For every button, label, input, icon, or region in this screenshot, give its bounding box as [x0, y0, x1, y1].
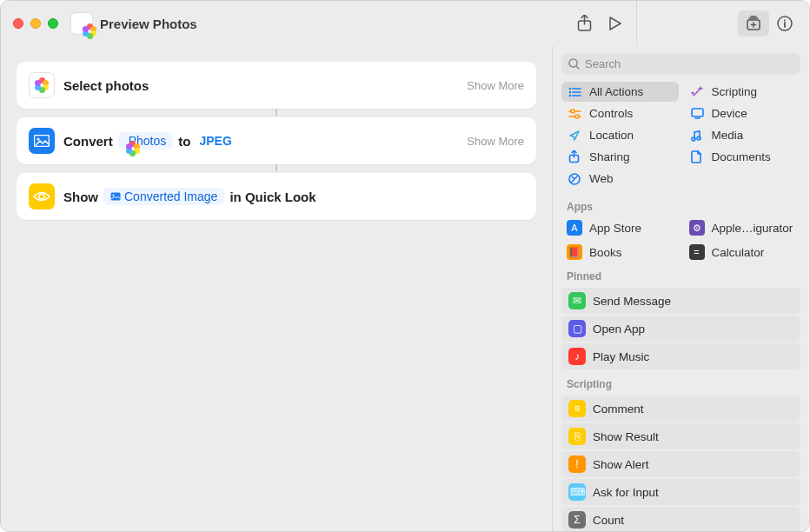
app-icon: 📕 [567, 244, 582, 260]
minimize-button[interactable] [30, 18, 41, 29]
library-icon [745, 16, 762, 31]
close-button[interactable] [13, 18, 23, 29]
photos-icon [29, 72, 55, 98]
run-button[interactable] [600, 10, 631, 37]
action-title: Convert Photos [63, 132, 236, 150]
action-label: Send Message [593, 295, 671, 308]
app-label: Books [589, 246, 622, 259]
apps-grid: AApp Store⚙Apple…igurator📕Books=Calculat… [553, 216, 809, 263]
action-label: Show Result [593, 430, 659, 443]
category-documents[interactable]: Documents [684, 147, 801, 167]
library-scroll[interactable]: Apps AApp Store⚙Apple…igurator📕Books=Cal… [553, 194, 809, 531]
play-icon [609, 17, 621, 30]
media-icon [691, 130, 705, 142]
action-convert[interactable]: Convert Photos [17, 117, 536, 164]
app-icon: = [689, 244, 705, 260]
action-label: Play Music [593, 350, 649, 363]
info-button[interactable] [769, 10, 800, 37]
svg-point-10 [569, 87, 572, 90]
search-input[interactable]: Search [561, 53, 800, 75]
action-quicklook[interactable]: Show Converted Image in Quick Look [17, 173, 536, 220]
svg-point-5 [37, 138, 40, 141]
category-label: All Actions [589, 85, 643, 98]
category-all[interactable]: All Actions [561, 82, 679, 102]
scripting-header: Scripting [553, 371, 809, 394]
category-label: Media [712, 129, 744, 142]
action-row[interactable]: ▢Open App [561, 316, 800, 342]
variable-token-converted[interactable]: Converted Image [103, 188, 224, 205]
action-row[interactable]: ΣCount [561, 507, 800, 531]
category-grid: All ActionsScriptingControlsDeviceLocati… [553, 80, 809, 194]
category-sharing[interactable]: Sharing [561, 147, 679, 167]
action-icon: ♪ [568, 348, 586, 365]
svg-point-16 [692, 137, 695, 141]
location-icon [568, 130, 582, 142]
action-row[interactable]: ♪Play Music [561, 343, 800, 369]
svg-point-12 [569, 94, 572, 96]
category-scripting[interactable]: Scripting [684, 82, 801, 102]
action-icon: ! [568, 456, 586, 473]
app-label: App Store [589, 222, 641, 235]
category-label: Sharing [589, 150, 630, 163]
text-in-quicklook: in Quick Look [229, 190, 315, 204]
workflow-editor[interactable]: Select photos Show More Convert [1, 46, 552, 531]
app-item[interactable]: AApp Store [561, 216, 679, 239]
svg-point-11 [569, 90, 572, 93]
token-label: Converted Image [124, 190, 217, 203]
app-item[interactable]: =Calculator [684, 241, 801, 263]
app-item[interactable]: ⚙Apple…igurator [684, 216, 801, 239]
app-window: Preview Photos [0, 0, 810, 532]
action-label: Show Alert [593, 458, 649, 471]
zoom-button[interactable] [48, 18, 58, 29]
action-row[interactable]: !Show Alert [561, 451, 800, 477]
show-more-button[interactable]: Show More [467, 79, 524, 92]
library-toggle-button[interactable] [738, 10, 769, 37]
category-label: Web [589, 172, 614, 185]
category-location[interactable]: Location [561, 125, 679, 145]
all-icon [568, 87, 582, 97]
titlebar-separator [636, 1, 637, 46]
scripting-icon [691, 86, 705, 98]
device-icon [691, 108, 705, 119]
controls-icon [568, 109, 582, 119]
action-row[interactable]: ✉Send Message [561, 288, 800, 314]
action-icon: ⎘ [568, 428, 586, 445]
connector-icon [276, 164, 277, 171]
image-token-icon [110, 192, 121, 201]
action-icon: ≡ [568, 400, 586, 417]
action-label: Comment [593, 402, 644, 416]
action-row[interactable]: ⎘Show Result [561, 423, 800, 449]
pinned-header: Pinned [553, 263, 809, 286]
category-web[interactable]: Web [561, 169, 679, 189]
svg-point-6 [39, 194, 44, 199]
window-controls [13, 18, 58, 29]
share-button[interactable] [568, 10, 600, 37]
show-more-button[interactable]: Show More [467, 135, 524, 148]
action-label: Open App [593, 323, 645, 336]
category-controls[interactable]: Controls [561, 103, 679, 123]
pinned-list: ✉Send Message▢Open App♪Play Music [553, 286, 809, 371]
action-icon: Σ [568, 511, 586, 529]
category-device[interactable]: Device [684, 103, 801, 123]
web-icon [568, 173, 582, 185]
action-icon: ▢ [568, 320, 586, 337]
action-select-photos[interactable]: Select photos Show More [17, 62, 536, 109]
variable-token-photos[interactable]: Photos [118, 132, 174, 150]
shortcut-icon [70, 12, 93, 35]
action-row[interactable]: ⌨Ask for Input [561, 479, 800, 505]
category-label: Location [589, 129, 634, 142]
app-item[interactable]: 📕Books [561, 241, 679, 263]
app-label: Calculator [712, 246, 765, 259]
connector-icon [276, 109, 277, 116]
category-label: Device [712, 107, 747, 120]
sharing-icon [568, 150, 582, 163]
search-placeholder: Search [585, 57, 621, 70]
action-icon: ✉ [568, 292, 586, 309]
format-value: JPEG [199, 134, 231, 148]
text-convert: Convert [63, 134, 113, 149]
window-title: Preview Photos [100, 17, 197, 31]
format-selector[interactable]: JPEG [196, 132, 235, 150]
action-row[interactable]: ≡Comment [561, 396, 800, 422]
category-media[interactable]: Media [684, 125, 801, 145]
category-label: Documents [712, 150, 771, 163]
